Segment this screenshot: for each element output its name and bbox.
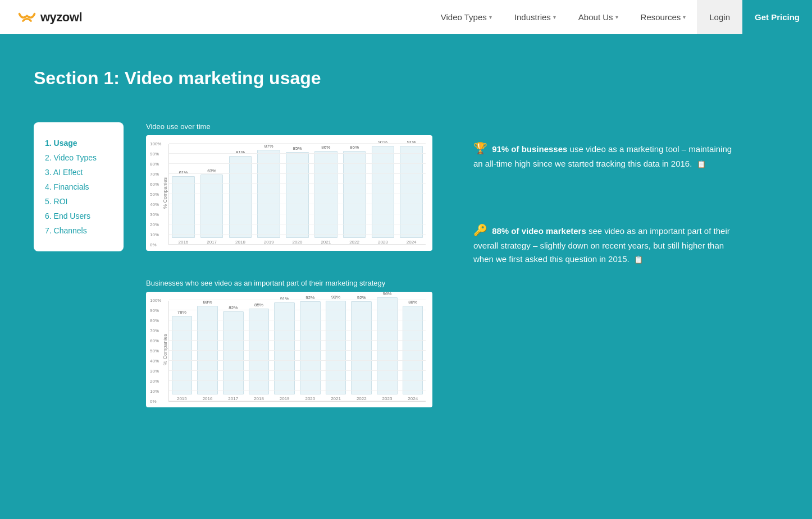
gridline-label: 100% <box>150 298 161 303</box>
bar-x-label: 2016 <box>203 396 213 401</box>
get-pricing-button[interactable]: Get Pricing <box>742 0 812 34</box>
gridline-label: 0% <box>150 399 157 404</box>
bar-group: 91%2023 <box>368 140 397 245</box>
bar-value-label: 88% <box>203 300 212 305</box>
sidebar-item-financials[interactable]: 4. Financials <box>45 180 112 194</box>
bar-x-label: 2023 <box>378 240 388 245</box>
bar-x-label: 2016 <box>178 240 188 245</box>
logo-text: wyzowl <box>40 10 82 25</box>
chart1-bars-area: 100%90%80%70%60%50%40%30%20%10%0%61%2016… <box>168 144 426 245</box>
bar-x-label: 2018 <box>235 240 245 245</box>
bar-value-label: 93% <box>331 295 340 300</box>
sidebar-item-ai-effect[interactable]: 3. AI Effect <box>45 165 112 180</box>
bar-value-label: 61% <box>179 170 188 175</box>
chart2-block: Businesses who see video as an important… <box>146 279 451 407</box>
bar-x-label: 2018 <box>254 396 264 401</box>
gridline-label: 40% <box>150 202 159 207</box>
bar <box>257 150 280 238</box>
bar-x-label: 2021 <box>321 240 331 245</box>
bar-value-label: 63% <box>207 168 216 173</box>
gridline-label: 50% <box>150 192 159 197</box>
bar <box>172 316 193 394</box>
sidebar-item-channels[interactable]: 7. Channels <box>45 223 112 238</box>
chart1-y-label: % Companies <box>162 177 168 209</box>
chart2-bars-area: 100%90%80%70%60%50%40%30%20%10%0%78%2015… <box>168 301 426 402</box>
bar-x-label: 2023 <box>382 396 393 401</box>
bar-x-label: 2020 <box>305 396 315 401</box>
bar-value-label: 91% <box>378 140 387 145</box>
gridline-label: 80% <box>150 162 159 167</box>
gridline-label: 10% <box>150 232 159 237</box>
copy-icon-2[interactable]: 📋 <box>634 255 643 264</box>
gridline-label: 60% <box>150 182 159 187</box>
bar-group: 82%2017 <box>220 305 246 401</box>
bar-group: 92%2020 <box>298 295 323 401</box>
bar-x-label: 2024 <box>407 240 417 245</box>
bar <box>172 176 195 238</box>
chart2-container: % Companies 100%90%80%70%60%50%40%30%20%… <box>146 292 432 407</box>
bar <box>403 306 423 394</box>
bar-group: 85%2020 <box>283 146 312 245</box>
gridline-label: 80% <box>150 318 159 323</box>
gridline-label: 50% <box>150 348 159 353</box>
gridline-label: 70% <box>150 172 159 177</box>
key-icon: 🔑 <box>473 224 487 236</box>
bar-value-label: 96% <box>382 291 391 296</box>
bar-value-label: 85% <box>254 302 263 307</box>
gridline-label: 10% <box>150 389 159 394</box>
bar-group: 63%2017 <box>198 168 226 245</box>
section-title: Section 1: Video marketing usage <box>34 68 778 89</box>
gridline-label: 100% <box>150 141 161 146</box>
sidebar-item-usage[interactable]: 1. Usage <box>45 136 112 150</box>
logo[interactable]: wyzowl <box>17 10 82 25</box>
main-content: Section 1: Video marketing usage 1. Usag… <box>0 34 812 430</box>
nav-about-us[interactable]: About Us ▾ <box>567 0 629 34</box>
stats-column: 🏆 91% of businesses use video as a marke… <box>473 122 778 266</box>
gridline-label: 30% <box>150 369 159 374</box>
bar-group: 87%2019 <box>254 144 283 245</box>
gridline-label: 90% <box>150 308 159 313</box>
bar <box>343 151 366 238</box>
sidebar-item-video-types[interactable]: 2. Video Types <box>45 150 112 165</box>
bar-group: 93%2021 <box>323 295 349 401</box>
bar <box>197 306 218 394</box>
content-row: 1. Usage 2. Video Types 3. AI Effect 4. … <box>34 122 778 407</box>
chevron-down-icon: ▾ <box>615 14 618 20</box>
bar <box>314 151 337 238</box>
bar-value-label: 92% <box>357 295 366 300</box>
stat1-bold: 91% of businesses <box>492 144 567 154</box>
bar-group: 91%2024 <box>397 140 426 245</box>
stat2-block: 🔑 88% of video marketers see video as an… <box>473 221 743 266</box>
bar <box>326 301 346 394</box>
bar-value-label: 86% <box>321 145 330 150</box>
bar <box>274 302 295 394</box>
bar-group: 86%2021 <box>312 145 340 245</box>
stat1-block: 🏆 91% of businesses use video as a marke… <box>473 139 743 171</box>
sidebar-item-roi[interactable]: 5. ROI <box>45 194 112 209</box>
bar <box>300 301 321 394</box>
gridline-label: 30% <box>150 212 159 217</box>
nav-industries[interactable]: Industries ▾ <box>503 0 567 34</box>
stat2-bold: 88% of video marketers <box>492 226 586 236</box>
copy-icon[interactable]: 📋 <box>697 160 706 168</box>
sidebar: 1. Usage 2. Video Types 3. AI Effect 4. … <box>34 122 124 251</box>
bar-x-label: 2017 <box>228 396 238 401</box>
bar <box>377 297 398 394</box>
bar-x-label: 2022 <box>349 240 359 245</box>
chart1-container: % Companies 100%90%80%70%60%50%40%30%20%… <box>146 135 432 251</box>
sidebar-item-end-users[interactable]: 6. End Users <box>45 209 112 223</box>
bar-x-label: 2020 <box>293 240 303 245</box>
bar-value-label: 91% <box>407 140 416 145</box>
gridline-label: 20% <box>150 222 159 227</box>
bar <box>286 152 309 238</box>
nav-resources[interactable]: Resources ▾ <box>629 0 697 34</box>
login-button[interactable]: Login <box>697 0 742 34</box>
chart2-y-label: % Companies <box>162 334 168 365</box>
bar-group: 85%2018 <box>246 302 272 401</box>
bar-value-label: 92% <box>305 295 314 300</box>
bar-group: 88%2024 <box>400 300 426 401</box>
header: wyzowl Video Types ▾ Industries ▾ About … <box>0 0 812 34</box>
bar <box>400 146 423 238</box>
nav-video-types[interactable]: Video Types ▾ <box>430 0 503 34</box>
chevron-down-icon: ▾ <box>553 14 556 20</box>
